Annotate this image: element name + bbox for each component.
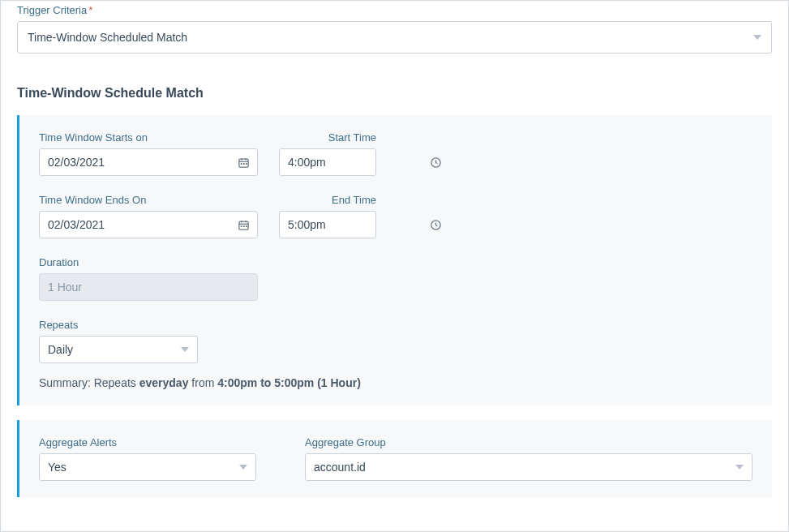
start-date-label: Time Window Starts on bbox=[39, 131, 258, 144]
section-title: Time-Window Schedule Match bbox=[17, 86, 772, 101]
chevron-down-icon bbox=[181, 347, 189, 352]
clock-icon[interactable] bbox=[430, 217, 442, 232]
aggregate-alerts-value: Yes bbox=[48, 461, 66, 474]
start-date-input[interactable] bbox=[39, 148, 258, 176]
calendar-icon[interactable] bbox=[236, 155, 251, 169]
chevron-down-icon bbox=[735, 465, 744, 470]
schedule-panel: Time Window Starts on Start Time bbox=[17, 115, 772, 405]
repeats-value: Daily bbox=[48, 343, 73, 356]
end-date-field[interactable] bbox=[48, 218, 236, 231]
repeats-select[interactable]: Daily bbox=[39, 336, 198, 363]
end-date-input[interactable] bbox=[39, 211, 258, 238]
end-date-label: Time Window Ends On bbox=[39, 194, 258, 206]
aggregate-panel: Aggregate Alerts Yes Aggregate Group acc… bbox=[17, 420, 772, 497]
end-time-label: End Time bbox=[279, 194, 376, 206]
aggregate-group-select[interactable]: account.id bbox=[305, 453, 753, 481]
required-asterisk: * bbox=[88, 4, 92, 16]
start-time-field[interactable] bbox=[288, 156, 430, 169]
start-date-field[interactable] bbox=[48, 156, 236, 169]
aggregate-alerts-select[interactable]: Yes bbox=[39, 453, 256, 481]
schedule-summary: Summary: Repeats everyday from 4:00pm to… bbox=[39, 376, 753, 389]
end-time-field[interactable] bbox=[288, 218, 430, 231]
start-time-input[interactable] bbox=[279, 148, 376, 176]
clock-icon[interactable] bbox=[430, 155, 442, 169]
end-time-input[interactable] bbox=[279, 211, 376, 238]
svg-rect-6 bbox=[246, 163, 247, 165]
calendar-icon[interactable] bbox=[236, 217, 251, 232]
chevron-down-icon bbox=[753, 35, 761, 40]
duration-display: 1 Hour bbox=[39, 273, 258, 301]
trigger-criteria-select[interactable]: Time-Window Scheduled Match bbox=[17, 21, 772, 54]
aggregate-group-value: account.id bbox=[314, 461, 366, 474]
svg-rect-14 bbox=[246, 225, 247, 227]
svg-rect-12 bbox=[240, 225, 242, 227]
svg-rect-13 bbox=[242, 225, 244, 227]
start-time-label: Start Time bbox=[279, 131, 376, 144]
svg-rect-5 bbox=[242, 163, 244, 165]
svg-rect-4 bbox=[240, 163, 242, 165]
chevron-down-icon bbox=[239, 465, 247, 470]
trigger-criteria-value: Time-Window Scheduled Match bbox=[28, 31, 187, 44]
trigger-criteria-label: Trigger Criteria* bbox=[17, 4, 772, 16]
duration-label: Duration bbox=[39, 256, 258, 268]
repeats-label: Repeats bbox=[39, 319, 198, 331]
duration-value: 1 Hour bbox=[48, 281, 251, 294]
aggregate-alerts-label: Aggregate Alerts bbox=[39, 436, 256, 448]
aggregate-group-label: Aggregate Group bbox=[305, 436, 753, 448]
